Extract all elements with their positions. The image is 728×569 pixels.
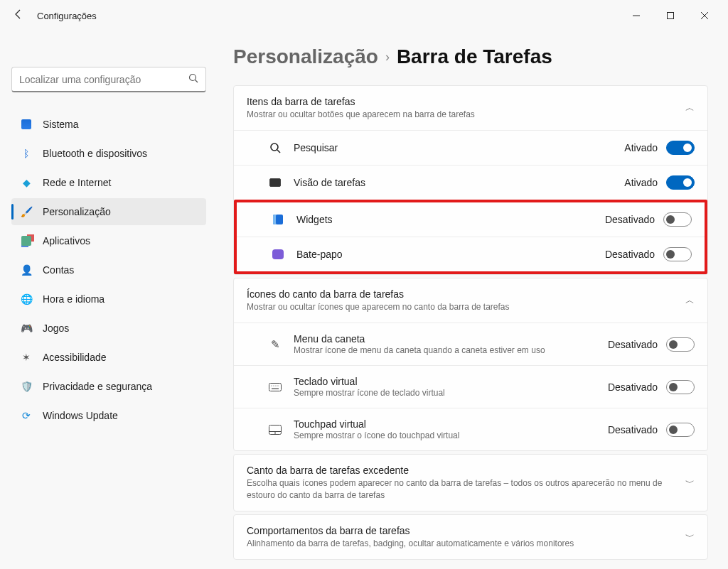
toggle-state: Desativado <box>608 424 658 435</box>
sidebar-item-apps[interactable]: Aplicativos <box>11 227 206 254</box>
widgets-icon <box>271 212 285 227</box>
keyboard-toggle[interactable] <box>666 380 695 394</box>
pen-icon: ✎ <box>268 337 282 352</box>
sidebar-item-bluetooth[interactable]: ᛒ Bluetooth e dispositivos <box>11 140 206 167</box>
update-icon: ⟳ <box>20 409 33 422</box>
touchpad-toggle[interactable] <box>666 423 695 437</box>
nav-list: Sistema ᛒ Bluetooth e dispositivos ◆ Red… <box>11 111 206 429</box>
sidebar-item-gaming[interactable]: 🎮 Jogos <box>11 315 206 342</box>
item-label: Pesquisar <box>294 142 338 153</box>
widgets-toggle[interactable] <box>663 212 692 227</box>
section-title: Canto da barra de tarefas excedente <box>247 465 677 476</box>
sidebar-item-accessibility[interactable]: ✶ Acessibilidade <box>11 344 206 371</box>
sidebar-item-accounts[interactable]: 👤 Contas <box>11 256 206 283</box>
behaviors-header[interactable]: Comportamentos da barra de tarefas Alinh… <box>234 515 707 559</box>
corner-item-pen: ✎ Menu da caneta Mostrar ícone de menu d… <box>234 323 707 365</box>
corner-item-keyboard: Teclado virtual Sempre mostrar ícone de … <box>234 365 707 408</box>
sidebar: Sistema ᛒ Bluetooth e dispositivos ◆ Red… <box>0 31 213 569</box>
svg-line-5 <box>196 80 198 83</box>
search-toggle[interactable] <box>666 141 695 155</box>
toggle-state: Desativado <box>608 339 658 350</box>
chevron-down-icon: ﹀ <box>685 477 695 489</box>
toggle-state: Desativado <box>608 381 658 393</box>
breadcrumb: Personalização › Barra de Tarefas <box>233 45 708 68</box>
minimize-button[interactable] <box>620 5 653 26</box>
svg-line-7 <box>277 150 280 153</box>
item-label: Touchpad virtual <box>294 418 459 430</box>
back-button[interactable] <box>13 9 24 23</box>
title-bar-left: Configurações <box>13 9 97 23</box>
overflow-section: Canto da barra de tarefas excedente Esco… <box>233 454 708 511</box>
svg-rect-8 <box>269 383 282 391</box>
page-title: Barra de Tarefas <box>397 45 552 68</box>
keyboard-icon <box>268 380 282 394</box>
breadcrumb-parent[interactable]: Personalização <box>233 45 378 68</box>
section-subtitle: Mostrar ou ocultar ícones que aparecem n… <box>247 301 510 313</box>
corner-icons-header[interactable]: Ícones do canto da barra de tarefas Most… <box>234 278 707 323</box>
behaviors-section: Comportamentos da barra de tarefas Alinh… <box>233 514 708 560</box>
pen-toggle[interactable] <box>666 337 695 352</box>
svg-rect-1 <box>668 13 674 19</box>
item-label: Menu da caneta <box>294 333 545 345</box>
taskview-toggle[interactable] <box>666 175 695 190</box>
toggle-state: Desativado <box>605 214 655 225</box>
svg-point-6 <box>271 143 278 151</box>
svg-point-11 <box>275 385 276 386</box>
apps-icon <box>20 234 33 247</box>
svg-point-10 <box>273 385 274 386</box>
chat-icon <box>271 247 285 261</box>
sidebar-item-label: Jogos <box>43 323 69 334</box>
game-icon: 🎮 <box>20 322 33 335</box>
item-label: Visão de tarefas <box>294 177 365 188</box>
taskview-icon <box>268 175 282 190</box>
toggle-state: Ativado <box>624 142 658 153</box>
sidebar-item-update[interactable]: ⟳ Windows Update <box>11 402 206 429</box>
search-box[interactable] <box>11 67 206 92</box>
sidebar-item-label: Sistema <box>43 119 79 130</box>
shield-icon: 🛡️ <box>20 380 33 393</box>
section-subtitle: Alinhamento da barra de tarefas, badging… <box>247 538 574 549</box>
chevron-right-icon: › <box>385 50 390 65</box>
sidebar-item-time[interactable]: 🌐 Hora e idioma <box>11 286 206 313</box>
sidebar-item-personalization[interactable]: 🖌️ Personalização <box>11 198 206 225</box>
sidebar-item-privacy[interactable]: 🛡️ Privacidade e segurança <box>11 373 206 400</box>
corner-item-touchpad: Touchpad virtual Sempre mostrar o ícone … <box>234 408 707 450</box>
item-label: Bate-papo <box>296 249 343 260</box>
search-icon <box>268 141 282 155</box>
item-label: Teclado virtual <box>294 376 445 387</box>
maximize-button[interactable] <box>654 5 687 26</box>
svg-point-4 <box>190 75 196 81</box>
section-title: Comportamentos da barra de tarefas <box>247 525 574 536</box>
corner-icons-section: Ícones do canto da barra de tarefas Most… <box>233 278 708 451</box>
section-subtitle: Escolha quais ícones podem aparecer no c… <box>247 477 677 500</box>
sidebar-item-label: Contas <box>43 264 74 276</box>
highlight-annotation: Widgets Desativado Bate-papo Desativado <box>234 200 707 274</box>
chevron-down-icon: ﹀ <box>685 531 695 543</box>
svg-point-12 <box>277 385 278 386</box>
person-icon: 👤 <box>20 264 33 276</box>
section-subtitle: Mostrar ou ocultar botões que aparecem n… <box>247 109 475 120</box>
item-sublabel: Sempre mostrar ícone de teclado virtual <box>294 388 445 398</box>
overflow-header[interactable]: Canto da barra de tarefas excedente Esco… <box>234 455 707 510</box>
sidebar-item-network[interactable]: ◆ Rede e Internet <box>11 169 206 196</box>
toggle-state: Ativado <box>624 177 658 188</box>
svg-rect-13 <box>272 388 279 389</box>
taskbar-items-section: Itens da barra de tarefas Mostrar ou ocu… <box>233 85 708 275</box>
app-title: Configurações <box>37 11 97 21</box>
touchpad-icon <box>268 423 282 437</box>
main-content: Personalização › Barra de Tarefas Itens … <box>213 31 728 569</box>
sidebar-item-label: Rede e Internet <box>43 177 112 188</box>
brush-icon: 🖌️ <box>20 205 33 218</box>
search-input[interactable] <box>19 74 188 85</box>
taskbar-items-header[interactable]: Itens da barra de tarefas Mostrar ou ocu… <box>234 86 707 130</box>
close-button[interactable] <box>688 5 721 26</box>
display-icon <box>20 118 33 131</box>
sidebar-item-system[interactable]: Sistema <box>11 111 206 138</box>
accessibility-icon: ✶ <box>20 351 33 364</box>
chat-toggle[interactable] <box>663 247 692 261</box>
sidebar-item-label: Acessibilidade <box>43 352 107 363</box>
section-title: Ícones do canto da barra de tarefas <box>247 288 510 300</box>
sidebar-item-label: Aplicativos <box>43 235 90 246</box>
item-sublabel: Mostrar ícone de menu da caneta quando a… <box>294 345 545 355</box>
wifi-icon: ◆ <box>20 176 33 189</box>
